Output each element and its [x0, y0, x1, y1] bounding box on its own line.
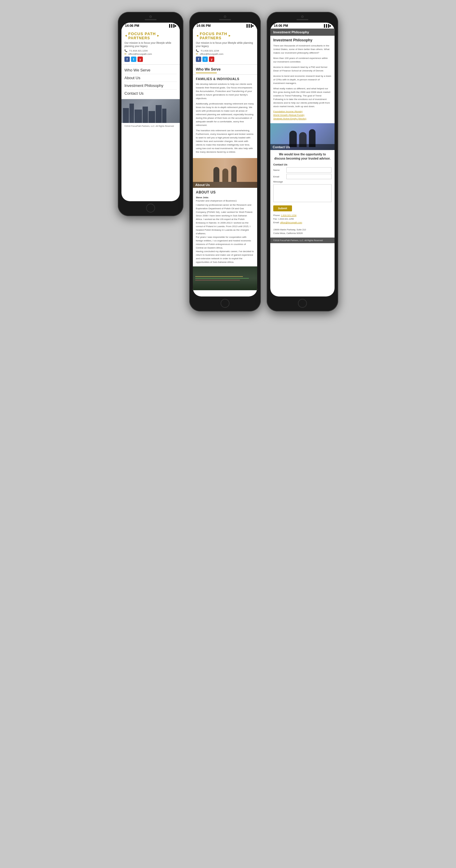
right-arrow-icon-1: ► — [157, 34, 159, 37]
who-we-serve-nav[interactable]: Who We Serve — [193, 65, 257, 75]
home-button-2[interactable] — [220, 299, 230, 308]
building-1e — [149, 111, 155, 123]
link-foundation-income[interactable]: Foundation Income (Bonds) — [273, 110, 332, 113]
email-field-label: Email — [273, 175, 285, 178]
email-icon-1: ✉ — [124, 53, 126, 55]
contact-footer: ©2016 FocusPath Partners, LLC. All Right… — [270, 238, 335, 243]
buildings-scene-1 — [121, 103, 180, 123]
ip-point-2: Access to stock research lead by a PhD a… — [273, 65, 332, 73]
screen-3: Investment Philosophy Investment Philoso… — [270, 29, 335, 297]
building-1c — [134, 110, 142, 123]
person-3 — [231, 165, 237, 182]
building-1d — [143, 106, 148, 123]
about-us-section: ABOUT US Steve Jobs Founder and chairper… — [193, 188, 257, 267]
hero-image-1 — [121, 99, 180, 123]
phone-1: 14:06 PM ▐▐▐■ ◄ FOCUS PATHPARTNERS ► Our… — [118, 12, 183, 216]
stock-lines — [193, 267, 257, 290]
time-display-1: 14:06 PM — [125, 24, 139, 27]
families-title: FAMILIES & INDIVIDUALS — [196, 77, 254, 81]
ip-point-1: More than 100 years of combined experien… — [273, 57, 332, 64]
building-1b — [129, 103, 134, 123]
phone-3: 14:06 PM ▐▐▐■ Investment Philosophy Inve… — [267, 12, 338, 311]
phone-info-2: 📞 T:1.818.321.1234 — [196, 50, 254, 52]
message-row: Message — [273, 180, 332, 205]
brand-name-1: FOCUS PATHPARTNERS — [128, 32, 156, 40]
site-header-2: ◄ FOCUS PATHPARTNERS ► Our mission is to… — [193, 29, 257, 65]
speaker-2 — [219, 19, 231, 20]
status-icons-2: ▐▐▐■ — [246, 24, 253, 27]
nav-about-us-1[interactable]: About Us — [124, 74, 177, 82]
message-textarea[interactable] — [273, 184, 332, 202]
ip-point-4: What really makes us different, and what… — [273, 87, 332, 108]
screen-shell-2: 14:06 PM ▐▐▐■ ◄ FOCUS PATHPARTNERS ► Our… — [193, 23, 257, 297]
name-input[interactable] — [286, 167, 332, 173]
twitter-icon-1[interactable]: t — [131, 57, 136, 62]
facebook-icon-2[interactable]: f — [196, 57, 201, 62]
screen-shell-3: 14:06 PM ▐▐▐■ Investment Philosophy Inve… — [270, 23, 335, 297]
building-1g — [162, 108, 166, 123]
nav-underline-2 — [196, 73, 217, 73]
link-world-growth[interactable]: World Growth (Mutual Funds) — [273, 114, 332, 116]
speaker-3 — [297, 19, 308, 20]
stock-line-1 — [195, 276, 243, 277]
brand-partners-2: PARTNERS — [200, 36, 227, 40]
nav-who-we-serve-1[interactable]: Who We Serve — [124, 66, 177, 74]
contact-email-link[interactable]: office@focuspath.com — [280, 221, 302, 224]
contact-details: Phone: 1.818.321.1234 Fax: 1.818.321.125… — [273, 214, 332, 235]
contact-tagline: We would love the opportunity to discuss… — [273, 152, 332, 161]
home-button-3[interactable] — [298, 299, 307, 308]
address-line-2: Costa Mesa, California 92626 — [273, 231, 332, 235]
families-section: FAMILIES & INDIVIDUALS We develop tailor… — [193, 75, 257, 158]
about-us-image-label: About Us — [193, 182, 257, 188]
nav-contact-1[interactable]: Contact Us — [124, 90, 177, 97]
person-1 — [213, 167, 219, 182]
status-bar-1: 14:06 PM ▐▐▐■ — [121, 23, 180, 29]
site-header-1: ◄ FOCUS PATHPARTNERS ► Our mission is to… — [121, 29, 180, 65]
social-icons-1: f t y — [124, 57, 177, 62]
home-button-1[interactable] — [146, 204, 155, 213]
stock-line-2 — [195, 278, 249, 279]
nav-menu-1: Who We Serve About Us Investment Philoso… — [121, 65, 180, 99]
right-arrow-icon-2: ► — [228, 34, 231, 37]
yelp-icon-2[interactable]: y — [209, 57, 214, 62]
business-meeting-image: Contact Us — [270, 123, 335, 150]
name-field-label: Name — [273, 169, 285, 172]
phone-2: 14:06 PM ▐▐▐■ ◄ FOCUS PATHPARTNERS ► Our… — [189, 12, 261, 311]
ip-content-section: Investment Philosophy There are thousand… — [270, 36, 335, 123]
time-display-3: 14:06 PM — [274, 24, 288, 27]
screen-1: ◄ FOCUS PATHPARTNERS ► Our mission is to… — [121, 29, 180, 201]
contact-phone-link[interactable]: 1.818.321.1234 — [281, 214, 297, 217]
camera-1 — [149, 16, 152, 18]
phone-number-2: T:1.818.321.1234 — [201, 50, 219, 52]
phone-icon-1: 📞 — [124, 50, 127, 52]
left-arrow-icon-1: ◄ — [124, 34, 127, 37]
tagline-2: Our mission is to focus your lifestyle w… — [196, 41, 254, 48]
screen-2: ◄ FOCUS PATHPARTNERS ► Our mission is to… — [193, 29, 257, 297]
contact-us-image-label: Contact Us — [270, 144, 335, 150]
submit-button[interactable]: Submit — [273, 206, 292, 211]
person-2 — [222, 168, 228, 182]
about-us-title: ABOUT US — [196, 190, 254, 194]
brand-partners-1: PARTNERS — [128, 36, 156, 40]
speaker-1 — [145, 19, 157, 20]
phone-icon-2: 📞 — [196, 50, 199, 52]
camera-3 — [301, 16, 304, 18]
stock-line-3 — [195, 280, 240, 280]
link-strategic-equity[interactable]: Strategic Active Equity (Stocks) — [273, 117, 332, 120]
contact-section: We would love the opportunity to discuss… — [270, 150, 335, 238]
about-bio: I started my professional career at the … — [196, 203, 254, 264]
email-icon-2: ✉ — [196, 53, 198, 55]
email-row: Email — [273, 174, 332, 179]
about-us-image: About Us — [193, 158, 257, 188]
nav-investment-1[interactable]: Investment Philosophy — [124, 82, 177, 90]
who-we-serve-label: Who We Serve — [196, 67, 220, 71]
twitter-icon-2[interactable]: t — [203, 57, 208, 62]
facebook-icon-1[interactable]: f — [124, 57, 130, 62]
email-input[interactable] — [286, 174, 332, 179]
name-row: Name — [273, 167, 332, 173]
ip-header-bar: Investment Philosophy — [270, 29, 335, 36]
fax-number: 1.818.321.1256 — [278, 218, 294, 220]
status-bar-2: 14:06 PM ▐▐▐■ — [193, 23, 257, 29]
yelp-icon-1[interactable]: y — [138, 57, 143, 62]
email-info-1: ✉ office@focuspath.com — [124, 53, 177, 55]
